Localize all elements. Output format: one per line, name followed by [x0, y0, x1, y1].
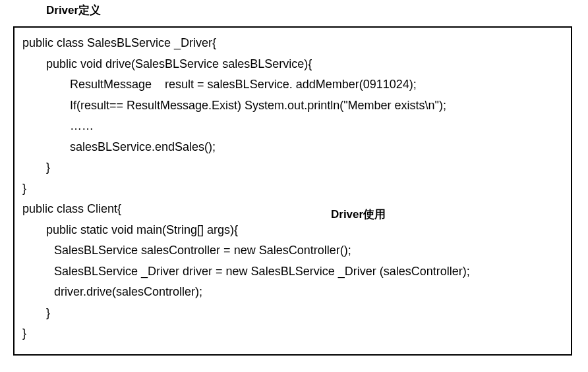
- code-line: public void drive(SalesBLService salesBL…: [22, 54, 563, 75]
- code-line: SalesBLService salesController = new Sal…: [22, 240, 563, 261]
- code-line: }: [22, 178, 563, 199]
- code-line: public class Client{: [22, 199, 563, 220]
- code-line: }: [22, 157, 563, 178]
- code-line: ……: [22, 116, 563, 137]
- driver-definition-label: Driver定义: [46, 3, 101, 18]
- code-line: SalesBLService _Driver driver = new Sale…: [22, 261, 563, 282]
- code-line: If(result== ResultMessage.Exist) System.…: [22, 95, 563, 117]
- code-line: driver.drive(salesController);: [22, 282, 563, 303]
- driver-usage-label: Driver使用: [331, 207, 386, 222]
- code-line: ResultMessage result = salesBLService. a…: [22, 74, 563, 95]
- code-line: }: [22, 303, 563, 324]
- code-line: public class SalesBLService _Driver{: [22, 33, 563, 54]
- code-line: public static void main(String[] args){: [22, 220, 563, 241]
- code-line: }: [22, 323, 563, 344]
- code-line: salesBLService.endSales();: [22, 137, 563, 158]
- code-container: public class SalesBLService _Driver{ pub…: [13, 26, 572, 356]
